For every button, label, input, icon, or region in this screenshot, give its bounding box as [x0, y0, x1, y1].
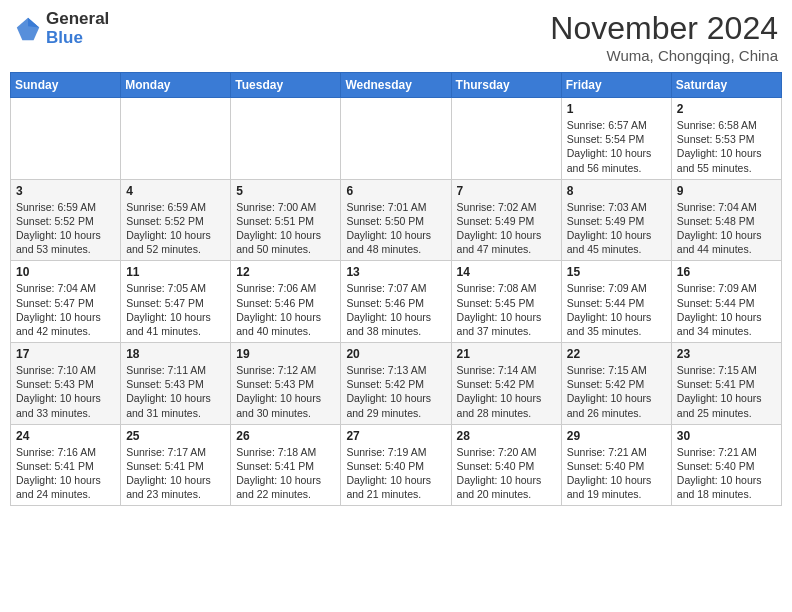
- day-number: 12: [236, 265, 335, 279]
- weekday-header-saturday: Saturday: [671, 73, 781, 98]
- day-info: Sunrise: 7:02 AMSunset: 5:49 PMDaylight:…: [457, 200, 556, 257]
- calendar-week-4: 24Sunrise: 7:16 AMSunset: 5:41 PMDayligh…: [11, 424, 782, 506]
- calendar-cell: 25Sunrise: 7:17 AMSunset: 5:41 PMDayligh…: [121, 424, 231, 506]
- calendar-cell: 17Sunrise: 7:10 AMSunset: 5:43 PMDayligh…: [11, 343, 121, 425]
- month-year-title: November 2024: [550, 10, 778, 47]
- calendar-cell: [121, 98, 231, 180]
- calendar-cell: 4Sunrise: 6:59 AMSunset: 5:52 PMDaylight…: [121, 179, 231, 261]
- day-number: 18: [126, 347, 225, 361]
- day-number: 2: [677, 102, 776, 116]
- day-info: Sunrise: 7:06 AMSunset: 5:46 PMDaylight:…: [236, 281, 335, 338]
- calendar-cell: [451, 98, 561, 180]
- weekday-header-thursday: Thursday: [451, 73, 561, 98]
- day-info: Sunrise: 7:20 AMSunset: 5:40 PMDaylight:…: [457, 445, 556, 502]
- calendar-cell: 3Sunrise: 6:59 AMSunset: 5:52 PMDaylight…: [11, 179, 121, 261]
- day-info: Sunrise: 7:11 AMSunset: 5:43 PMDaylight:…: [126, 363, 225, 420]
- day-number: 23: [677, 347, 776, 361]
- calendar-cell: 11Sunrise: 7:05 AMSunset: 5:47 PMDayligh…: [121, 261, 231, 343]
- calendar-body: 1Sunrise: 6:57 AMSunset: 5:54 PMDaylight…: [11, 98, 782, 506]
- calendar-cell: 16Sunrise: 7:09 AMSunset: 5:44 PMDayligh…: [671, 261, 781, 343]
- calendar-cell: [11, 98, 121, 180]
- day-info: Sunrise: 7:10 AMSunset: 5:43 PMDaylight:…: [16, 363, 115, 420]
- weekday-header-monday: Monday: [121, 73, 231, 98]
- calendar-cell: 19Sunrise: 7:12 AMSunset: 5:43 PMDayligh…: [231, 343, 341, 425]
- day-number: 19: [236, 347, 335, 361]
- calendar-cell: 6Sunrise: 7:01 AMSunset: 5:50 PMDaylight…: [341, 179, 451, 261]
- calendar-week-1: 3Sunrise: 6:59 AMSunset: 5:52 PMDaylight…: [11, 179, 782, 261]
- day-info: Sunrise: 7:17 AMSunset: 5:41 PMDaylight:…: [126, 445, 225, 502]
- day-info: Sunrise: 6:59 AMSunset: 5:52 PMDaylight:…: [16, 200, 115, 257]
- logo: General Blue: [14, 10, 109, 47]
- calendar-cell: 24Sunrise: 7:16 AMSunset: 5:41 PMDayligh…: [11, 424, 121, 506]
- day-number: 11: [126, 265, 225, 279]
- logo-text: General Blue: [46, 10, 109, 47]
- day-number: 8: [567, 184, 666, 198]
- calendar-cell: 8Sunrise: 7:03 AMSunset: 5:49 PMDaylight…: [561, 179, 671, 261]
- calendar-cell: 30Sunrise: 7:21 AMSunset: 5:40 PMDayligh…: [671, 424, 781, 506]
- day-number: 5: [236, 184, 335, 198]
- day-info: Sunrise: 6:58 AMSunset: 5:53 PMDaylight:…: [677, 118, 776, 175]
- day-number: 24: [16, 429, 115, 443]
- day-number: 1: [567, 102, 666, 116]
- calendar-cell: 18Sunrise: 7:11 AMSunset: 5:43 PMDayligh…: [121, 343, 231, 425]
- day-info: Sunrise: 7:05 AMSunset: 5:47 PMDaylight:…: [126, 281, 225, 338]
- day-number: 25: [126, 429, 225, 443]
- calendar-cell: 13Sunrise: 7:07 AMSunset: 5:46 PMDayligh…: [341, 261, 451, 343]
- calendar-cell: [231, 98, 341, 180]
- weekday-header-row: SundayMondayTuesdayWednesdayThursdayFrid…: [11, 73, 782, 98]
- day-number: 28: [457, 429, 556, 443]
- day-number: 7: [457, 184, 556, 198]
- calendar-header: SundayMondayTuesdayWednesdayThursdayFrid…: [11, 73, 782, 98]
- day-info: Sunrise: 7:15 AMSunset: 5:41 PMDaylight:…: [677, 363, 776, 420]
- calendar-cell: 21Sunrise: 7:14 AMSunset: 5:42 PMDayligh…: [451, 343, 561, 425]
- calendar-cell: 27Sunrise: 7:19 AMSunset: 5:40 PMDayligh…: [341, 424, 451, 506]
- day-number: 10: [16, 265, 115, 279]
- day-info: Sunrise: 7:09 AMSunset: 5:44 PMDaylight:…: [677, 281, 776, 338]
- calendar-week-2: 10Sunrise: 7:04 AMSunset: 5:47 PMDayligh…: [11, 261, 782, 343]
- day-number: 15: [567, 265, 666, 279]
- calendar-cell: 15Sunrise: 7:09 AMSunset: 5:44 PMDayligh…: [561, 261, 671, 343]
- day-info: Sunrise: 7:21 AMSunset: 5:40 PMDaylight:…: [677, 445, 776, 502]
- day-number: 20: [346, 347, 445, 361]
- day-info: Sunrise: 7:19 AMSunset: 5:40 PMDaylight:…: [346, 445, 445, 502]
- day-info: Sunrise: 7:14 AMSunset: 5:42 PMDaylight:…: [457, 363, 556, 420]
- day-info: Sunrise: 7:07 AMSunset: 5:46 PMDaylight:…: [346, 281, 445, 338]
- day-number: 17: [16, 347, 115, 361]
- day-info: Sunrise: 7:03 AMSunset: 5:49 PMDaylight:…: [567, 200, 666, 257]
- day-info: Sunrise: 7:04 AMSunset: 5:47 PMDaylight:…: [16, 281, 115, 338]
- day-info: Sunrise: 7:09 AMSunset: 5:44 PMDaylight:…: [567, 281, 666, 338]
- day-info: Sunrise: 7:18 AMSunset: 5:41 PMDaylight:…: [236, 445, 335, 502]
- day-number: 3: [16, 184, 115, 198]
- calendar-cell: 2Sunrise: 6:58 AMSunset: 5:53 PMDaylight…: [671, 98, 781, 180]
- calendar-week-3: 17Sunrise: 7:10 AMSunset: 5:43 PMDayligh…: [11, 343, 782, 425]
- logo-general-text: General: [46, 10, 109, 29]
- calendar-cell: 7Sunrise: 7:02 AMSunset: 5:49 PMDaylight…: [451, 179, 561, 261]
- day-number: 6: [346, 184, 445, 198]
- day-number: 29: [567, 429, 666, 443]
- day-info: Sunrise: 7:16 AMSunset: 5:41 PMDaylight:…: [16, 445, 115, 502]
- logo-blue-text: Blue: [46, 29, 109, 48]
- day-number: 16: [677, 265, 776, 279]
- day-number: 27: [346, 429, 445, 443]
- calendar-table: SundayMondayTuesdayWednesdayThursdayFrid…: [10, 72, 782, 506]
- title-block: November 2024 Wuma, Chongqing, China: [550, 10, 778, 64]
- day-number: 9: [677, 184, 776, 198]
- day-info: Sunrise: 7:21 AMSunset: 5:40 PMDaylight:…: [567, 445, 666, 502]
- calendar-cell: 26Sunrise: 7:18 AMSunset: 5:41 PMDayligh…: [231, 424, 341, 506]
- calendar-cell: 1Sunrise: 6:57 AMSunset: 5:54 PMDaylight…: [561, 98, 671, 180]
- calendar-cell: 28Sunrise: 7:20 AMSunset: 5:40 PMDayligh…: [451, 424, 561, 506]
- day-number: 21: [457, 347, 556, 361]
- logo-icon: [14, 15, 42, 43]
- calendar-cell: [341, 98, 451, 180]
- calendar-cell: 12Sunrise: 7:06 AMSunset: 5:46 PMDayligh…: [231, 261, 341, 343]
- day-info: Sunrise: 7:00 AMSunset: 5:51 PMDaylight:…: [236, 200, 335, 257]
- day-info: Sunrise: 6:57 AMSunset: 5:54 PMDaylight:…: [567, 118, 666, 175]
- day-number: 30: [677, 429, 776, 443]
- weekday-header-wednesday: Wednesday: [341, 73, 451, 98]
- calendar-cell: 10Sunrise: 7:04 AMSunset: 5:47 PMDayligh…: [11, 261, 121, 343]
- day-number: 22: [567, 347, 666, 361]
- page-header: General Blue November 2024 Wuma, Chongqi…: [10, 10, 782, 64]
- calendar-cell: 5Sunrise: 7:00 AMSunset: 5:51 PMDaylight…: [231, 179, 341, 261]
- day-info: Sunrise: 7:04 AMSunset: 5:48 PMDaylight:…: [677, 200, 776, 257]
- weekday-header-friday: Friday: [561, 73, 671, 98]
